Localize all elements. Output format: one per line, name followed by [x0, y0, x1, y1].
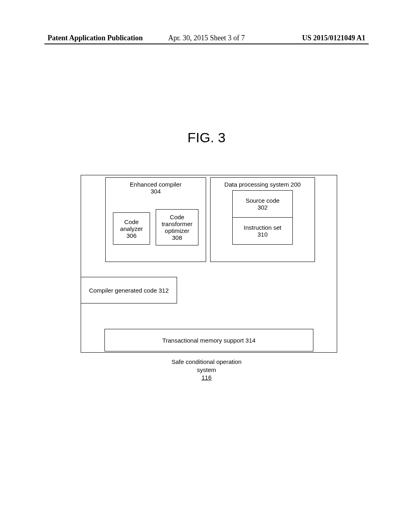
optimizer-l2: transformer — [160, 220, 194, 227]
code-optimizer-box: Code transformer optimizer 308 — [156, 209, 198, 245]
instr-l2: 310 — [233, 231, 292, 238]
source-code-box: Source code 302 — [232, 190, 293, 218]
caption-l3: 116 — [0, 374, 413, 382]
src-l1: Source code — [233, 197, 292, 204]
compiler-title-line2: 304 — [106, 188, 206, 195]
analyzer-l1: Code — [117, 218, 146, 225]
code-analyzer-box: Code analyzer 306 — [113, 212, 150, 245]
figure-title: FIG. 3 — [0, 130, 413, 145]
instr-l1: Instruction set — [233, 224, 292, 231]
dps-title: Data processing system 200 — [211, 181, 315, 188]
header-right: US 2015/0121049 A1 — [302, 34, 365, 42]
enhanced-compiler-box: Enhanced compiler 304 Code analyzer 306 … — [105, 177, 206, 262]
caption-l1: Safe conditional operation — [0, 358, 413, 366]
system-caption: Safe conditional operation system 116 — [0, 358, 413, 382]
cgc-label: Compiler generated code 312 — [89, 287, 169, 294]
analyzer-l3: 306 — [117, 232, 146, 239]
header-rule — [44, 44, 369, 44]
tms-label: Transactional memory support 314 — [162, 337, 255, 344]
compiler-generated-code-box: Compiler generated code 312 — [81, 277, 177, 303]
system-container: Enhanced compiler 304 Code analyzer 306 … — [81, 175, 337, 353]
caption-l2: system — [0, 366, 413, 374]
optimizer-l4: 308 — [160, 234, 194, 241]
optimizer-l1: Code — [160, 214, 194, 220]
optimizer-l3: optimizer — [160, 227, 194, 234]
header-left: Patent Application Publication — [48, 34, 143, 42]
analyzer-l2: analyzer — [117, 225, 146, 232]
compiler-title-line1: Enhanced compiler — [106, 181, 206, 188]
page-header: Patent Application Publication Apr. 30, … — [0, 34, 413, 42]
page: Patent Application Publication Apr. 30, … — [0, 0, 413, 532]
src-l2: 302 — [233, 204, 292, 211]
header-center: Apr. 30, 2015 Sheet 3 of 7 — [168, 34, 245, 42]
transactional-memory-support-box: Transactional memory support 314 — [104, 329, 313, 351]
instruction-set-box: Instruction set 310 — [232, 217, 293, 245]
data-processing-system-box: Data processing system 200 Source code 3… — [210, 177, 315, 262]
